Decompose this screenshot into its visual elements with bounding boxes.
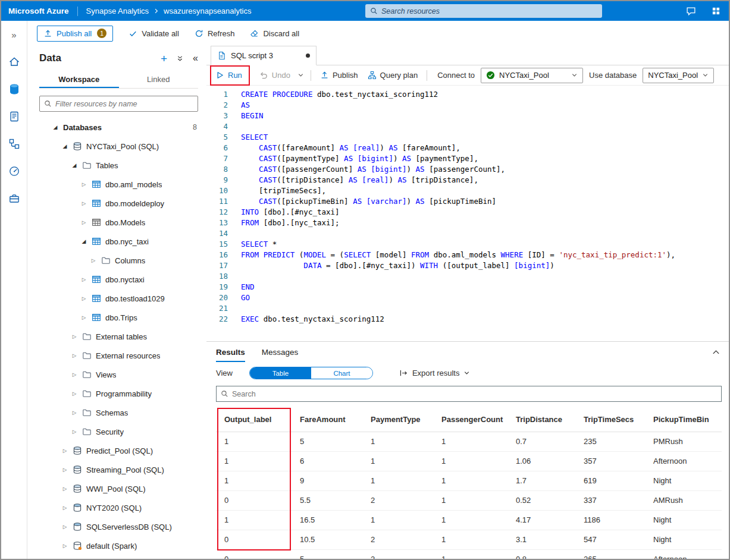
- refresh-button[interactable]: Refresh: [195, 29, 235, 38]
- table-row[interactable]: 19111.7619Night: [216, 471, 722, 490]
- run-button[interactable]: Run: [212, 67, 245, 84]
- expand-arrow-icon[interactable]: ▷: [71, 334, 78, 339]
- table-row[interactable]: 05.5210.52337AMRush: [216, 490, 722, 510]
- use-database-dropdown[interactable]: NYCTaxi_Pool: [643, 68, 714, 83]
- column-header-passengercount[interactable]: PassengerCount: [433, 408, 507, 432]
- tree-item-tables[interactable]: ◢Tables: [39, 156, 206, 175]
- table-row[interactable]: 010.5213.1547Night: [216, 530, 722, 549]
- collapse-arrow-icon[interactable]: ◢: [71, 162, 78, 168]
- tree-item-programmability[interactable]: ▷Programmability: [39, 384, 206, 403]
- tree-item-dbo-nyc-taxi[interactable]: ◢dbo.nyc_taxi: [39, 232, 206, 251]
- tree-item-columns[interactable]: ▷Columns: [39, 251, 206, 270]
- tree-item-dbo-models[interactable]: ▷dbo.Models: [39, 213, 206, 232]
- table-row[interactable]: 05210.8265Afternoon: [216, 549, 722, 559]
- nav-develop[interactable]: [1, 103, 27, 130]
- expand-arrow-icon[interactable]: ▷: [61, 486, 68, 492]
- undo-button[interactable]: Undo: [255, 67, 295, 84]
- column-header-pickuptimebin[interactable]: PickupTimeBin: [645, 408, 722, 432]
- expand-arrow-icon[interactable]: ▷: [71, 391, 78, 397]
- breadcrumb-synapse-analytics[interactable]: Synapse Analytics: [86, 7, 149, 15]
- expand-arrow-icon[interactable]: ▷: [61, 448, 68, 454]
- export-results-button[interactable]: Export results: [399, 369, 470, 377]
- tab-results[interactable]: Results: [216, 342, 245, 362]
- tree-item-dbo-modeldeploy[interactable]: ▷dbo.modeldeploy: [39, 194, 206, 213]
- undo-dropdown-chevron-icon[interactable]: [295, 67, 306, 84]
- results-search-box[interactable]: [216, 386, 722, 402]
- tree-item-security[interactable]: ▷Security: [39, 422, 206, 441]
- tree-item-sqlserverlessdb-sql[interactable]: ▷SQLServerlessDB (SQL): [39, 517, 206, 536]
- collapse-arrow-icon[interactable]: ◢: [80, 238, 87, 244]
- column-header-fareamount[interactable]: FareAmount: [292, 408, 362, 432]
- tree-item-dbo-aml-models[interactable]: ▷dbo.aml_models: [39, 175, 206, 194]
- tree-item-external-resources[interactable]: ▷External resources: [39, 346, 206, 365]
- tree-item-external-tables[interactable]: ▷External tables: [39, 327, 206, 346]
- expand-arrow-icon[interactable]: ▷: [80, 219, 87, 225]
- column-header-tripdistance[interactable]: TripDistance: [507, 408, 575, 432]
- nav-home[interactable]: [1, 48, 27, 75]
- tab-messages[interactable]: Messages: [262, 342, 299, 362]
- table-row[interactable]: 116.5114.171186Night: [216, 510, 722, 530]
- connect-to-dropdown[interactable]: NYCTaxi_Pool: [481, 68, 583, 83]
- nav-manage[interactable]: [1, 185, 27, 212]
- validate-all-button[interactable]: Validate all: [129, 29, 179, 38]
- nav-monitor[interactable]: [1, 158, 27, 185]
- column-header-paymenttype[interactable]: PaymentType: [362, 408, 433, 432]
- feedback-icon[interactable]: [686, 6, 696, 16]
- nav-integrate[interactable]: [1, 130, 27, 158]
- expand-arrow-icon[interactable]: ▷: [61, 543, 68, 549]
- collapse-panel-button[interactable]: «: [193, 54, 198, 63]
- tree-item-dbo-testload1029[interactable]: ▷dbo.testload1029: [39, 289, 206, 308]
- column-header-output_label[interactable]: Output_label: [216, 408, 292, 432]
- tree-item-predict-pool-sql[interactable]: ▷Predict_Pool (SQL): [39, 441, 206, 460]
- tree-item-views[interactable]: ▷Views: [39, 365, 206, 384]
- expand-nav-button[interactable]: »: [11, 26, 16, 43]
- expand-arrow-icon[interactable]: ▷: [80, 314, 87, 320]
- tree-item-nyt2020-sql[interactable]: ▷NYT2020 (SQL): [39, 498, 206, 517]
- expand-arrow-icon[interactable]: ▷: [80, 200, 87, 206]
- breadcrumb-workspace[interactable]: wsazuresynapseanalytics: [164, 7, 251, 15]
- expand-arrow-icon[interactable]: ▷: [90, 257, 97, 263]
- tree-item-dbo-trips[interactable]: ▷dbo.Trips: [39, 308, 206, 327]
- expand-arrow-icon[interactable]: ▷: [71, 410, 78, 416]
- expand-arrow-icon[interactable]: ▷: [61, 467, 68, 473]
- expand-arrow-icon[interactable]: ▷: [80, 181, 87, 187]
- tree-item-wwi-pool-sql[interactable]: ▷WWI_Pool (SQL): [39, 479, 206, 498]
- results-search-input[interactable]: [232, 390, 717, 398]
- publish-button[interactable]: Publish: [315, 67, 363, 84]
- tree-item-default-spark[interactable]: ▷default (Spark): [39, 536, 206, 555]
- expand-arrow-icon[interactable]: ▷: [71, 353, 78, 358]
- microsoft-azure-logo[interactable]: Microsoft Azure: [8, 7, 69, 15]
- view-chart-option[interactable]: Chart: [311, 367, 372, 379]
- tab-workspace[interactable]: Workspace: [39, 71, 119, 88]
- tree-item-surfacesalesdb-spark[interactable]: ▷surfacesalesdb (Spark): [39, 555, 206, 559]
- expand-arrow-icon[interactable]: ▷: [61, 524, 68, 530]
- column-header-triptimesecs[interactable]: TripTimeSecs: [575, 408, 645, 432]
- filter-resources-box[interactable]: [39, 96, 198, 112]
- tab-linked[interactable]: Linked: [119, 71, 199, 88]
- table-row[interactable]: 16111.06357Afternoon: [216, 451, 722, 471]
- sql-editor[interactable]: 12345678910111213141516171819202122 CREA…: [206, 86, 729, 341]
- expand-arrow-icon[interactable]: ▷: [61, 505, 68, 511]
- tree-item-schemas[interactable]: ▷Schemas: [39, 403, 206, 422]
- tree-item-databases[interactable]: ◢Databases8: [39, 118, 206, 137]
- collapse-arrow-icon[interactable]: ◢: [52, 124, 59, 130]
- expand-arrow-icon[interactable]: ▷: [80, 295, 87, 301]
- expand-arrow-icon[interactable]: ▷: [80, 276, 87, 282]
- tree-item-streaming-pool-sql[interactable]: ▷Streaming_Pool (SQL): [39, 460, 206, 479]
- view-table-option[interactable]: Table: [250, 367, 311, 379]
- filter-resources-input[interactable]: [55, 100, 193, 108]
- add-resource-button[interactable]: +: [161, 53, 167, 64]
- panel-actions-chevron-icon[interactable]: [177, 55, 183, 62]
- expand-arrow-icon[interactable]: ▷: [71, 372, 78, 377]
- table-row[interactable]: 15110.7235PMRush: [216, 432, 722, 451]
- discard-all-button[interactable]: Discard all: [250, 29, 299, 38]
- tree-item-nyctaxi-pool-sql[interactable]: ◢NYCTaxi_Pool (SQL): [39, 137, 206, 156]
- query-plan-button[interactable]: Query plan: [363, 67, 423, 84]
- expand-arrow-icon[interactable]: ▷: [71, 429, 78, 435]
- collapse-arrow-icon[interactable]: ◢: [61, 143, 68, 149]
- apps-grid-icon[interactable]: [712, 7, 720, 15]
- global-search-box[interactable]: [365, 4, 602, 18]
- collapse-results-chevron-icon[interactable]: [712, 348, 722, 357]
- tab-sql-script-3[interactable]: SQL script 3: [211, 46, 317, 65]
- publish-all-button[interactable]: Publish all 1: [37, 26, 113, 42]
